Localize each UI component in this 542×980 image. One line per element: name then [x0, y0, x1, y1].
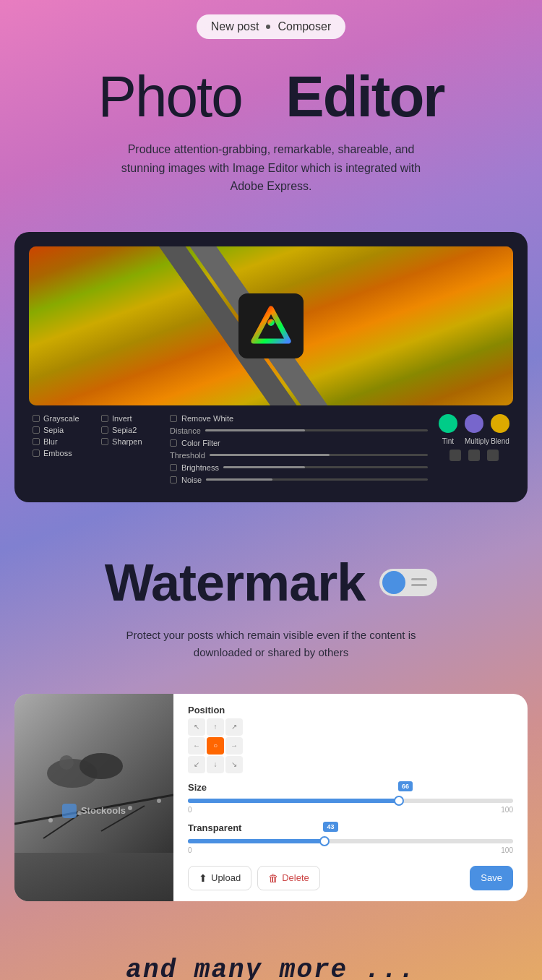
footer-section: and many more ...: [0, 919, 542, 980]
nav-pill[interactable]: New post Composer: [197, 14, 346, 39]
brightness-checkbox[interactable]: [170, 464, 177, 471]
transparent-slider-section: Transparent 43 0 100: [188, 822, 513, 854]
filter-sharpen[interactable]: Sharpen: [101, 437, 159, 446]
footer-text: and many more ...: [29, 955, 513, 980]
position-section: Position ↖ ↑ ↗ ← ○ → ↙ ↓ ↘: [188, 705, 513, 773]
transparent-slider-fill: 43: [188, 839, 328, 843]
noise-checkbox[interactable]: [170, 476, 177, 483]
noise-row[interactable]: Noise: [170, 476, 428, 484]
remove-white-checkbox[interactable]: [170, 415, 177, 422]
upload-label: Upload: [211, 872, 241, 883]
filter-col-1: Grayscale Sepia Blur Emboss: [33, 414, 90, 457]
transparent-slider-track[interactable]: 43: [188, 839, 513, 843]
nav-separator-dot: [266, 25, 270, 29]
filter-sepia[interactable]: Sepia: [33, 426, 90, 434]
watermark-image: Stockools: [14, 694, 173, 901]
pos-top-right[interactable]: ↗: [225, 718, 243, 736]
save-label: Save: [481, 872, 502, 883]
distance-row[interactable]: Distance: [170, 426, 428, 435]
editor-image-area: [29, 246, 513, 405]
delete-button[interactable]: 🗑 Delete: [257, 866, 320, 890]
transparent-slider-badge: 43: [323, 822, 337, 832]
size-slider-track[interactable]: 66: [188, 799, 513, 803]
filter-sepia2[interactable]: Sepia2: [101, 426, 159, 434]
transparent-min: 0: [188, 846, 192, 854]
tint-square-2[interactable]: [468, 450, 480, 461]
svg-point-11: [128, 806, 132, 810]
blur-checkbox[interactable]: [33, 438, 40, 445]
filter-blur[interactable]: Blur: [33, 437, 90, 446]
pos-bottom-right[interactable]: ↘: [225, 756, 243, 773]
pos-bottom-left[interactable]: ↙: [188, 756, 205, 773]
transparent-slider-thumb[interactable]: 43: [319, 836, 330, 846]
watermark-toggle[interactable]: [379, 569, 437, 596]
tint-squares: [449, 450, 499, 461]
watermark-logo-overlay: Stockools: [62, 804, 126, 818]
pos-middle-right[interactable]: →: [225, 737, 243, 755]
tint-circles: [439, 414, 509, 433]
tint-label-multiply: Multiply: [465, 437, 483, 445]
tint-circle-green[interactable]: [439, 414, 457, 433]
editor-card: Grayscale Sepia Blur Emboss Invert: [14, 232, 528, 502]
brightness-row[interactable]: Brightness: [170, 463, 428, 472]
toggle-lines: [408, 578, 427, 586]
pos-top-center[interactable]: ↑: [207, 718, 224, 736]
tint-square-1[interactable]: [449, 450, 461, 461]
upload-icon: ⬆: [199, 872, 207, 884]
hero-subtitle: Produce attention-grabbing, remarkable, …: [108, 140, 434, 196]
composer-label: Composer: [278, 20, 331, 33]
filter-emboss[interactable]: Emboss: [33, 449, 90, 457]
emboss-checkbox[interactable]: [33, 450, 40, 457]
sepia-checkbox[interactable]: [33, 426, 40, 434]
svg-point-5: [59, 755, 74, 770]
sepia2-checkbox[interactable]: [101, 426, 108, 434]
size-slider-range: 0 100: [188, 806, 513, 814]
pos-bottom-center[interactable]: ↓: [207, 756, 224, 773]
noise-slider[interactable]: [206, 478, 428, 481]
threshold-row[interactable]: Threshold: [170, 451, 428, 460]
watermark-description: Protect your posts which remain visible …: [108, 627, 434, 661]
filter-col-2: Invert Sepia2 Sharpen: [101, 414, 159, 446]
filter-slider-col: Remove White Distance Color Filter Thres…: [170, 414, 428, 484]
size-max: 100: [501, 806, 513, 814]
svg-point-4: [79, 753, 123, 779]
adobe-logo: [238, 293, 304, 358]
brightness-slider[interactable]: [223, 466, 428, 468]
toggle-line-1: [411, 578, 427, 580]
color-filter-row: Color Filter: [170, 439, 428, 447]
birds-svg: [14, 694, 173, 853]
filter-invert[interactable]: Invert: [101, 414, 159, 423]
tint-circle-gold[interactable]: [491, 414, 509, 433]
threshold-slider[interactable]: [210, 454, 428, 456]
save-button[interactable]: Save: [470, 866, 513, 890]
watermark-card: Stockools Position ↖ ↑ ↗ ← ○ → ↙ ↓ ↘ Siz…: [14, 694, 528, 901]
adobe-logo-svg: [249, 304, 293, 348]
delete-icon: 🗑: [268, 872, 278, 884]
color-filter-checkbox[interactable]: [170, 439, 177, 447]
filter-grayscale[interactable]: Grayscale: [33, 414, 90, 423]
upload-button[interactable]: ⬆ Upload: [188, 866, 251, 890]
sharpen-checkbox[interactable]: [101, 438, 108, 445]
size-slider-thumb[interactable]: 66: [394, 796, 404, 806]
new-post-label: New post: [211, 20, 259, 33]
birds-background: [14, 694, 173, 901]
pos-center[interactable]: ○: [207, 737, 224, 755]
stockools-icon: [62, 804, 77, 818]
tint-circle-purple[interactable]: [465, 414, 483, 433]
position-grid[interactable]: ↖ ↑ ↗ ← ○ → ↙ ↓ ↘: [188, 718, 513, 773]
tint-labels: Tint Multiply Blend: [439, 437, 509, 445]
pos-top-left[interactable]: ↖: [188, 718, 205, 736]
distance-slider[interactable]: [205, 429, 428, 431]
invert-checkbox[interactable]: [101, 415, 108, 422]
transparent-label: Transparent: [188, 822, 241, 833]
transparent-max: 100: [501, 846, 513, 854]
hero-title-bold: Editor: [285, 64, 444, 129]
tint-square-3[interactable]: [487, 450, 499, 461]
toggle-circle: [382, 571, 405, 594]
top-navigation: New post Composer: [0, 0, 542, 46]
watermark-actions: ⬆ Upload 🗑 Delete Save: [188, 866, 513, 890]
grayscale-checkbox[interactable]: [33, 415, 40, 422]
tint-label-tint: Tint: [439, 437, 457, 445]
pos-middle-left[interactable]: ←: [188, 737, 205, 755]
watermark-title: Watermark: [105, 553, 366, 612]
